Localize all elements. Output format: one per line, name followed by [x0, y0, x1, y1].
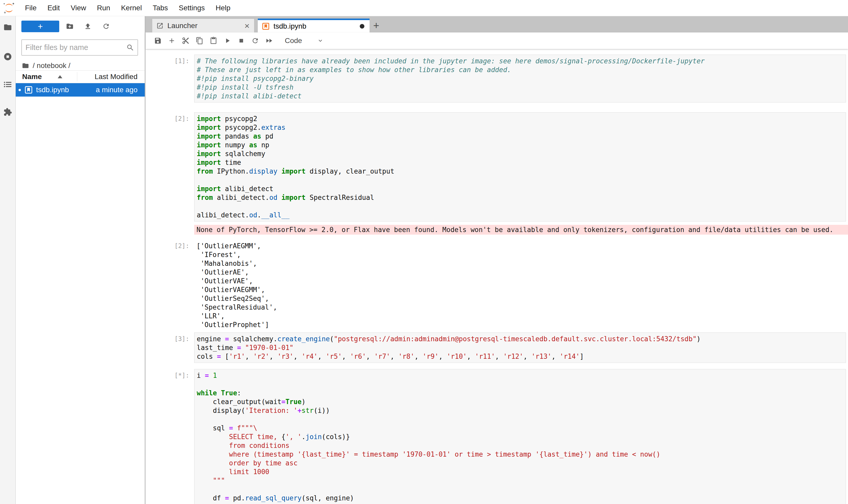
run-icon[interactable] [220, 35, 234, 47]
execute-result-output: [2]: ['OutlierAEGMM', 'IForest', 'Mahala… [145, 241, 848, 329]
search-icon [126, 43, 134, 52]
stop-icon[interactable] [234, 35, 248, 47]
notebook-toolbar: Code [145, 33, 848, 49]
output-text: ['OutlierAEGMM', 'IForest', 'Mahalanobis… [194, 241, 848, 329]
running-kernels-icon[interactable] [3, 52, 12, 61]
menu-kernel[interactable]: Kernel [115, 0, 147, 16]
menu-bar: File Edit View Run Kernel Tabs Settings … [0, 0, 848, 16]
cell-prompt: [3]: [145, 332, 194, 343]
breadcrumb-path: / notebook / [33, 61, 70, 70]
refresh-icon[interactable] [101, 21, 112, 32]
main-dock-panel: Launcher × tsdb.ipynb + [145, 16, 848, 504]
activity-bar [0, 16, 16, 504]
column-last-modified[interactable]: Last Modified [94, 73, 138, 81]
home-folder-icon[interactable] [22, 62, 29, 69]
file-browser-panel: + / notebook / Name Last Modified [16, 16, 145, 504]
menu-edit[interactable]: Edit [42, 0, 65, 16]
stderr-output: None of PyTorch, TensorFlow >= 2.0, or F… [145, 225, 848, 235]
table-of-contents-icon[interactable] [3, 80, 12, 89]
cell-editor[interactable]: i = 1 while True: clear_output(wait=True… [194, 369, 846, 504]
breadcrumb[interactable]: / notebook / [22, 62, 145, 70]
code-cell-1: [1]: # The following libraries have alre… [145, 55, 848, 103]
tab-tsdb-notebook[interactable]: tsdb.ipynb [258, 19, 369, 33]
cell-type-dropdown[interactable]: Code [285, 37, 324, 45]
jupyter-logo-icon [3, 2, 15, 14]
warning-text: None of PyTorch, TensorFlow >= 2.0, or F… [194, 225, 848, 235]
column-name[interactable]: Name [22, 73, 42, 81]
copy-icon[interactable] [193, 35, 206, 47]
code-cell-4: [*]: i = 1 while True: clear_output(wait… [145, 369, 848, 504]
menu-settings[interactable]: Settings [173, 0, 210, 16]
add-tab-button[interactable]: + [369, 19, 383, 33]
menu-items: File Edit View Run Kernel Tabs Settings … [20, 0, 236, 16]
launcher-icon [156, 22, 164, 29]
file-browser-icon[interactable] [3, 23, 12, 32]
cell-prompt: [2]: [145, 112, 194, 123]
tab-label: Launcher [167, 22, 244, 30]
code-cell-3: [3]: engine = sqlalchemy.create_engine("… [145, 332, 848, 363]
new-launcher-button[interactable]: + [21, 21, 59, 32]
unsaved-bullet-icon [19, 89, 21, 91]
chevron-down-icon [317, 37, 324, 44]
cell-type-value: Code [285, 37, 302, 45]
extensions-icon[interactable] [3, 108, 12, 116]
cell-prompt: [*]: [145, 369, 194, 380]
add-cell-icon[interactable] [165, 35, 179, 47]
paste-icon[interactable] [206, 35, 220, 47]
file-modified: a minute ago [96, 86, 138, 94]
menu-view[interactable]: View [65, 0, 91, 16]
close-icon[interactable]: × [244, 21, 250, 30]
file-list-header: Name Last Modified [16, 70, 145, 83]
output-prompt: [2]: [145, 241, 194, 250]
filter-files-input[interactable] [22, 43, 124, 52]
menu-help[interactable]: Help [210, 0, 236, 16]
notebook-icon [262, 22, 270, 30]
notebook-file-icon [24, 86, 33, 94]
menu-file[interactable]: File [20, 0, 42, 16]
file-row-tsdb[interactable]: tsdb.ipynb a minute ago [16, 83, 145, 96]
filter-files-box [21, 39, 138, 56]
sort-ascending-icon [58, 75, 62, 78]
dock-tab-bar: Launcher × tsdb.ipynb + [145, 16, 848, 33]
menu-tabs[interactable]: Tabs [147, 0, 173, 16]
save-icon[interactable] [151, 35, 165, 47]
cut-icon[interactable] [179, 35, 193, 47]
new-folder-icon[interactable] [64, 21, 75, 32]
cell-editor[interactable]: # The following libraries have already b… [194, 55, 846, 103]
file-name: tsdb.ipynb [36, 86, 69, 94]
cell-editor[interactable]: import psycopg2import psycopg2.extrasimp… [194, 112, 846, 221]
cell-prompt: [1]: [145, 55, 194, 66]
code-cell-2: [2]: import psycopg2import psycopg2.extr… [145, 112, 848, 221]
unsaved-changes-icon[interactable] [360, 24, 364, 29]
upload-icon[interactable] [82, 21, 93, 32]
menu-run[interactable]: Run [92, 0, 115, 16]
file-browser-toolbar: + [16, 16, 145, 32]
tab-label: tsdb.ipynb [273, 22, 360, 30]
tab-launcher[interactable]: Launcher × [152, 19, 254, 33]
run-all-icon[interactable] [262, 35, 276, 47]
restart-kernel-icon[interactable] [248, 35, 262, 47]
notebook-content: [1]: # The following libraries have alre… [145, 49, 848, 504]
cell-editor[interactable]: engine = sqlalchemy.create_engine("postg… [194, 332, 846, 363]
